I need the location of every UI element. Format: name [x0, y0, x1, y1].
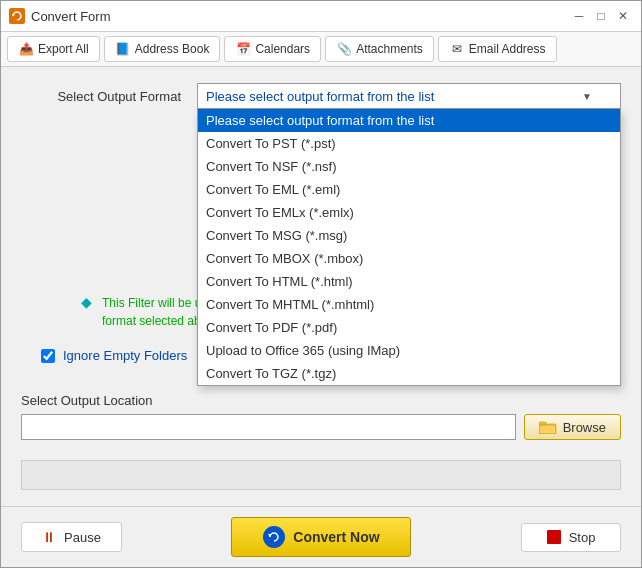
- svg-rect-2: [539, 422, 546, 425]
- pause-button[interactable]: ⏸ Pause: [21, 522, 122, 552]
- format-dropdown-list: Please select output format from the lis…: [197, 109, 621, 386]
- export-all-button[interactable]: 📤 Export All: [7, 36, 100, 62]
- dropdown-item-8[interactable]: Convert To MHTML (*.mhtml): [198, 293, 620, 316]
- browse-folder-icon: [539, 420, 557, 434]
- calendars-icon: 📅: [235, 41, 251, 57]
- stop-icon: [547, 530, 561, 544]
- dropdown-item-2[interactable]: Convert To NSF (*.nsf): [198, 155, 620, 178]
- ignore-empty-checkbox[interactable]: [41, 349, 55, 363]
- titlebar: Convert Form ─ □ ✕: [1, 1, 641, 32]
- format-select-display[interactable]: Please select output format from the lis…: [197, 83, 621, 109]
- attachments-icon: 📎: [336, 41, 352, 57]
- dropdown-item-4[interactable]: Convert To EMLx (*.emlx): [198, 201, 620, 224]
- email-address-label: Email Address: [469, 42, 546, 56]
- email-address-icon: ✉: [449, 41, 465, 57]
- dropdown-item-3[interactable]: Convert To EML (*.eml): [198, 178, 620, 201]
- format-row: Select Output Format Please select outpu…: [21, 83, 621, 109]
- svg-rect-3: [540, 426, 555, 433]
- convert-now-button[interactable]: Convert Now: [231, 517, 411, 557]
- stop-label: Stop: [569, 530, 596, 545]
- address-book-label: Address Book: [135, 42, 210, 56]
- location-row: Browse: [21, 414, 621, 440]
- browse-label: Browse: [563, 420, 606, 435]
- dropdown-item-10[interactable]: Upload to Office 365 (using IMap): [198, 339, 620, 362]
- dropdown-item-7[interactable]: Convert To HTML (*.html): [198, 270, 620, 293]
- convert-label: Convert Now: [293, 529, 379, 545]
- dropdown-item-9[interactable]: Convert To PDF (*.pdf): [198, 316, 620, 339]
- attachments-label: Attachments: [356, 42, 423, 56]
- address-book-button[interactable]: 📘 Address Book: [104, 36, 221, 62]
- calendars-label: Calendars: [255, 42, 310, 56]
- ignore-empty-label[interactable]: Ignore Empty Folders: [63, 348, 187, 363]
- pause-icon: ⏸: [42, 529, 56, 545]
- dropdown-item-5[interactable]: Convert To MSG (*.msg): [198, 224, 620, 247]
- chevron-down-icon: ▼: [582, 91, 592, 102]
- browse-button[interactable]: Browse: [524, 414, 621, 440]
- minimize-button[interactable]: ─: [569, 6, 589, 26]
- attachments-button[interactable]: 📎 Attachments: [325, 36, 434, 62]
- convert-icon: [263, 526, 285, 548]
- format-label: Select Output Format: [21, 89, 181, 104]
- dropdown-item-11[interactable]: Convert To TGZ (*.tgz): [198, 362, 620, 385]
- stop-button[interactable]: Stop: [521, 523, 621, 552]
- main-window: Convert Form ─ □ ✕ 📤 Export All 📘 Addres…: [0, 0, 642, 568]
- bottom-bar: ⏸ Pause Convert Now Stop: [1, 506, 641, 567]
- format-select-wrapper: Please select output format from the lis…: [197, 83, 621, 109]
- close-button[interactable]: ✕: [613, 6, 633, 26]
- location-label: Select Output Location: [21, 393, 621, 408]
- dropdown-item-6[interactable]: Convert To MBOX (*.mbox): [198, 247, 620, 270]
- export-all-icon: 📤: [18, 41, 34, 57]
- location-section: Select Output Location Browse: [21, 393, 621, 440]
- maximize-button[interactable]: □: [591, 6, 611, 26]
- app-icon: [9, 8, 25, 24]
- progress-area: [21, 460, 621, 490]
- dropdown-item-0[interactable]: Please select output format from the lis…: [198, 109, 620, 132]
- calendars-button[interactable]: 📅 Calendars: [224, 36, 321, 62]
- format-selected-text: Please select output format from the lis…: [206, 89, 434, 104]
- toolbar: 📤 Export All 📘 Address Book 📅 Calendars …: [1, 32, 641, 67]
- diamond-icon: ◆: [81, 294, 92, 310]
- window-controls: ─ □ ✕: [569, 6, 633, 26]
- export-all-label: Export All: [38, 42, 89, 56]
- main-content: Select Output Format Please select outpu…: [1, 67, 641, 506]
- email-address-button[interactable]: ✉ Email Address: [438, 36, 557, 62]
- titlebar-title: Convert Form: [31, 9, 563, 24]
- pause-label: Pause: [64, 530, 101, 545]
- location-input[interactable]: [21, 414, 516, 440]
- address-book-icon: 📘: [115, 41, 131, 57]
- dropdown-item-1[interactable]: Convert To PST (*.pst): [198, 132, 620, 155]
